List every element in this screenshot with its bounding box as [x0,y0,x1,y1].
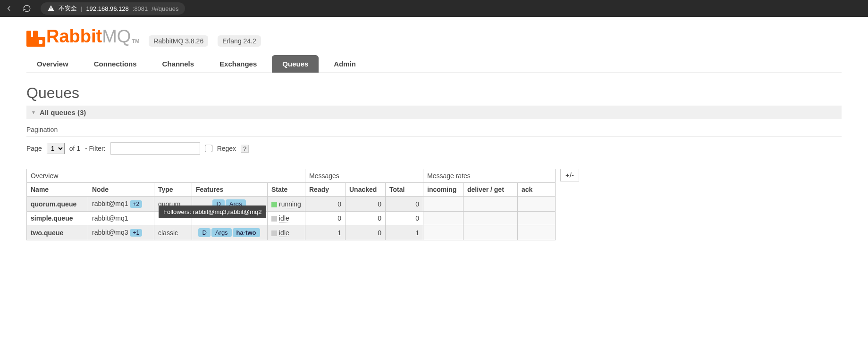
pagination-heading: Pagination [26,126,842,137]
filter-input[interactable] [110,142,200,155]
header: RabbitMQ TM RabbitMQ 3.8.26 Erlang 24.2 [26,26,842,47]
section-all-queues[interactable]: ▼ All queues (3) [26,106,842,119]
url-bar[interactable]: 不安全 | 192.168.96.128:8081/#/queues [41,2,185,15]
tab-connections[interactable]: Connections [84,55,147,73]
queue-unacked: 0 [346,197,386,212]
queue-name-link[interactable]: two.queue [27,225,88,240]
feature-badge[interactable]: Args [211,228,232,237]
page-title: Queues [26,84,842,102]
logo-tm: TM [132,38,139,44]
url-host: 192.168.96.128 [86,5,128,12]
col-deliver[interactable]: deliver / get [463,183,518,197]
queue-rate-deliver [463,197,518,212]
svg-rect-4 [39,40,42,44]
feature-badge[interactable]: ha-two [233,228,260,237]
col-type[interactable]: Type [154,183,192,197]
queue-rate-incoming [423,197,463,212]
queue-total: 0 [386,197,423,212]
queue-ready: 1 [305,225,346,240]
page-label: Page [26,145,42,152]
erlang-version-badge: Erlang 24.2 [218,35,261,47]
queue-rate-deliver [463,225,518,240]
queue-features [192,212,268,225]
regex-checkbox[interactable] [205,145,212,152]
col-group-messages: Messages [305,169,423,183]
col-unacked[interactable]: Unacked [346,183,386,197]
queue-rate-ack [518,225,556,240]
replica-count-badge[interactable]: +1 [130,229,142,237]
state-text: running [279,200,301,208]
col-incoming[interactable]: incoming [423,183,463,197]
col-node[interactable]: Node [88,183,154,197]
queue-name-link[interactable]: simple.queue [27,212,88,225]
tab-channels[interactable]: Channels [152,55,205,73]
tab-overview[interactable]: Overview [26,55,79,73]
svg-rect-0 [51,7,51,9]
filter-label: - Filter: [85,145,106,152]
regex-label: Regex [217,145,236,152]
queue-features: DArgsha-two [192,225,268,240]
url-port: :8081 [133,5,148,12]
logo-rabbit-text: Rabbit [46,26,102,47]
queue-rate-deliver [463,212,518,225]
tab-queues[interactable]: Queues [272,55,319,73]
queue-type: quorum [154,197,192,212]
page-select[interactable]: 1 [47,143,65,154]
queue-unacked: 0 [346,225,386,240]
col-group-overview: Overview [27,169,305,183]
table-row: two.queuerabbit@mq3+1classicDArgsha-twoi… [27,225,556,240]
col-state[interactable]: State [268,183,305,197]
page-of: of 1 [69,145,80,152]
queue-total: 1 [386,225,423,240]
tab-exchanges[interactable]: Exchanges [209,55,267,73]
main-tabs: Overview Connections Channels Exchanges … [26,55,842,73]
insecure-label: 不安全 [59,4,77,13]
rabbitmq-icon [26,31,45,47]
feature-badge[interactable]: D [198,228,210,237]
col-features[interactable]: Features [192,183,268,197]
back-icon[interactable] [5,4,13,13]
state-dot-icon [271,202,277,207]
regex-help[interactable]: ? [241,145,249,153]
queue-ready: 0 [305,197,346,212]
queue-type [154,212,192,225]
col-ack[interactable]: ack [518,183,556,197]
logo[interactable]: RabbitMQ TM [26,26,139,47]
rabbitmq-version-badge: RabbitMQ 3.8.26 [149,35,208,47]
queue-rate-ack [518,197,556,212]
queue-node: rabbit@mq1 [88,212,154,225]
reload-icon[interactable] [23,4,31,13]
feature-badge[interactable]: Args [226,199,246,208]
queue-rate-incoming [423,225,463,240]
columns-plusminus-button[interactable]: +/- [560,169,579,181]
pagination-controls: Page 1 of 1 - Filter: Regex ? [26,142,842,155]
state-text: idle [279,214,289,222]
queue-node: rabbit@mq3+1 [88,225,154,240]
col-name[interactable]: Name [27,183,88,197]
col-total[interactable]: Total [386,183,423,197]
col-group-rates: Message rates [423,169,556,183]
warning-icon [47,5,55,12]
url-separator: | [81,5,82,12]
queue-node: rabbit@mq1+2 [88,197,154,212]
queues-table: Overview Messages Message rates Name Nod… [26,169,556,240]
tab-admin[interactable]: Admin [323,55,366,73]
col-ready[interactable]: Ready [305,183,346,197]
queue-rate-incoming [423,212,463,225]
browser-bar: 不安全 | 192.168.96.128:8081/#/queues [0,0,868,17]
section-title: All queues (3) [40,108,86,116]
queue-state: idle [268,225,305,240]
queue-name-link[interactable]: quorum.queue [27,197,88,212]
queue-total: 0 [386,212,423,225]
queue-features: DArgs [192,197,268,212]
svg-rect-1 [51,10,51,10]
logo-mq-text: MQ [102,26,131,47]
replica-count-badge[interactable]: +2 [130,200,142,208]
state-text: idle [279,229,289,237]
state-dot-icon [271,230,277,236]
table-row: quorum.queuerabbit@mq1+2quorumDArgsrunni… [27,197,556,212]
queue-rate-ack [518,212,556,225]
state-dot-icon [271,216,277,222]
chevron-down-icon: ▼ [31,110,36,115]
feature-badge[interactable]: D [212,199,224,208]
